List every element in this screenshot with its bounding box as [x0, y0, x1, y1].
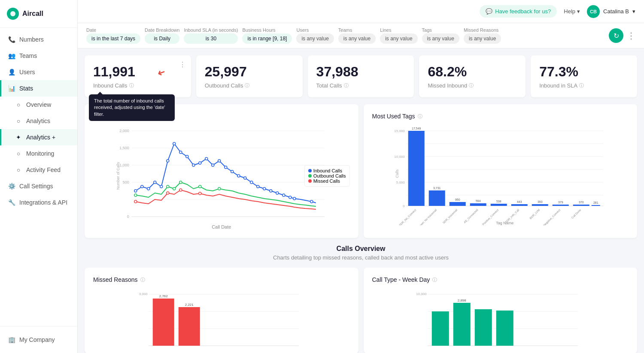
svg-text:10,000: 10,000: [416, 292, 427, 296]
svg-text:Call Done: Call Done: [571, 208, 581, 219]
missed-reasons-title: Missed Reasons ⓘ: [93, 276, 350, 283]
more-options-button[interactable]: ⋮: [627, 30, 635, 41]
sidebar-item-overview[interactable]: ○ Overview: [0, 97, 77, 113]
filter-date: Date is in the last 7 days: [86, 27, 140, 44]
charts-row: Call Evolution ⓘ 2,000 1,500: [85, 104, 637, 238]
filter-hours-chip[interactable]: is in range [9, 18]: [242, 33, 292, 44]
svg-text:2,898: 2,898: [457, 299, 466, 302]
svg-point-13: [141, 185, 143, 188]
svg-text:370: 370: [578, 201, 583, 204]
filter-lines-chip[interactable]: is any value: [380, 33, 417, 44]
filter-breakdown-label: Date Breakdown: [145, 27, 179, 33]
inbound-calls-value: 11,991: [93, 64, 182, 80]
user-name: Catalina B: [603, 8, 629, 15]
sidebar-item-call-settings[interactable]: ⚙️ Call Settings: [0, 178, 77, 194]
filter-date-chip[interactable]: is in the last 7 days: [86, 33, 140, 44]
feedback-button[interactable]: 💬 Have feedback for us?: [480, 5, 557, 18]
stats-cards-row: ⋮ 11,991 Inbound Calls ⓘ ➜ The total num…: [85, 55, 637, 97]
most-used-tags-chart: Most Used Tags ⓘ Calls 15,000 10: [364, 104, 638, 238]
most-used-tags-title: Most Used Tags ⓘ: [372, 113, 629, 120]
sidebar-item-numbers[interactable]: 📞 Numbers: [0, 31, 77, 48]
call-evolution-chart-area: 2,000 1,500 1,000 500 0: [93, 127, 350, 229]
sidebar-item-call-settings-label: Call Settings: [19, 183, 53, 190]
stat-card-menu-button[interactable]: ⋮: [179, 60, 186, 69]
filter-sla-chip[interactable]: is 30: [184, 33, 238, 44]
missed-reasons-svg: 3,000 2,762 2,221: [93, 290, 350, 353]
svg-point-25: [218, 160, 221, 162]
svg-text:2,000: 2,000: [119, 129, 129, 133]
filter-users: Users is any value: [296, 27, 334, 44]
svg-point-19: [179, 151, 182, 154]
svg-text:3,000: 3,000: [139, 292, 148, 296]
bar-sdr-negative: [552, 205, 568, 206]
filter-breakdown-chip[interactable]: is Daily: [145, 33, 179, 44]
help-button[interactable]: Help ▾: [564, 8, 580, 15]
sidebar-item-my-company[interactable]: 🏢 My Company: [7, 332, 70, 348]
svg-point-18: [173, 142, 176, 145]
calls-overview-subtitle: Charts detailing top missed reasons, cal…: [85, 254, 637, 261]
filter-teams-label: Teams: [338, 27, 376, 33]
bar-281: [591, 205, 600, 206]
refresh-button[interactable]: ↻: [609, 28, 623, 43]
sidebar-item-stats[interactable]: 📊 Stats: [0, 80, 77, 97]
svg-text:10,000: 10,000: [394, 155, 405, 159]
svg-text:281: 281: [593, 201, 598, 204]
svg-text:15,000: 15,000: [394, 129, 405, 133]
missed-info-icon: ⓘ: [469, 82, 474, 89]
sidebar-item-teams-label: Teams: [19, 52, 37, 59]
svg-point-43: [199, 185, 201, 188]
total-calls-label: Total Calls ⓘ: [316, 82, 406, 89]
filter-teams-chip[interactable]: is any value: [338, 33, 376, 44]
legend-missed: Missed Calls: [308, 178, 346, 184]
filter-tags-chip[interactable]: is any value: [422, 33, 459, 44]
sidebar-item-overview-label: Overview: [26, 101, 51, 108]
missed-inbound-label: Missed Inbound ⓘ: [428, 82, 517, 89]
svg-text:443: 443: [516, 200, 522, 203]
svg-point-20: [186, 155, 188, 158]
logo-text: Aircall: [22, 10, 43, 18]
call-evolution-x-label: Call Date: [93, 224, 350, 229]
svg-text:500: 500: [123, 180, 129, 184]
sidebar-item-analytics[interactable]: ○ Analytics: [0, 113, 77, 129]
svg-point-12: [134, 190, 137, 192]
svg-point-29: [244, 177, 246, 179]
sidebar-item-integrations[interactable]: 🔧 Integrations & API: [0, 194, 77, 211]
sidebar-item-monitoring[interactable]: ○ Monitoring: [0, 145, 77, 162]
user-initials: CB: [590, 9, 597, 14]
bottom-charts-row: Missed Reasons ⓘ 3,000 2,762: [85, 268, 637, 353]
svg-point-45: [134, 200, 137, 203]
svg-point-14: [147, 187, 150, 190]
svg-text:379: 379: [558, 201, 563, 204]
svg-point-24: [212, 164, 214, 166]
svg-text:3,731: 3,731: [433, 187, 440, 190]
outbound-calls-label: Outbound Calls ⓘ: [205, 82, 294, 89]
svg-point-36: [289, 196, 292, 199]
filter-inbound-sla: Inbound SLA (in seconds) is 30: [184, 27, 238, 44]
call-type-weekday-svg: 10,000 2,898: [372, 290, 629, 353]
filter-missed-chip[interactable]: is any value: [464, 33, 501, 44]
filter-users-chip[interactable]: is any value: [296, 33, 334, 44]
outbound-calls-value: 25,997: [205, 64, 294, 80]
sidebar-item-users[interactable]: 👤 Users: [0, 64, 77, 80]
missed-inbound-value: 68.2%: [428, 64, 517, 80]
svg-text:Tag Name: Tag Name: [496, 221, 513, 225]
sidebar-item-teams[interactable]: 👥 Teams: [0, 48, 77, 64]
missed-reasons-info-icon: ⓘ: [140, 277, 145, 283]
svg-point-47: [179, 189, 182, 191]
bar-ae-connected: [470, 203, 486, 206]
feedback-icon: 💬: [486, 8, 492, 15]
svg-point-44: [218, 187, 221, 190]
total-info-icon: ⓘ: [344, 82, 349, 89]
filter-missed-label: Missed Reasons: [464, 27, 501, 33]
svg-text:BDR_LVM: BDR_LVM: [529, 208, 541, 220]
svg-text:2,221: 2,221: [185, 303, 194, 307]
user-menu-button[interactable]: CB Catalina B ▾: [587, 5, 635, 18]
sidebar-item-activity-feed[interactable]: ○ Activity Feed: [0, 162, 77, 178]
inbound-calls-label: Inbound Calls ⓘ: [93, 82, 182, 89]
sidebar-item-analytics-plus[interactable]: ✦ Analytics +: [0, 129, 77, 145]
filter-teams: Teams is any value: [338, 27, 376, 44]
svg-text:AE_Connected: AE_Connected: [463, 208, 479, 224]
filter-lines-label: Lines: [380, 27, 417, 33]
sidebar-item-activity-feed-label: Activity Feed: [26, 166, 61, 173]
svg-text:0: 0: [403, 204, 405, 208]
